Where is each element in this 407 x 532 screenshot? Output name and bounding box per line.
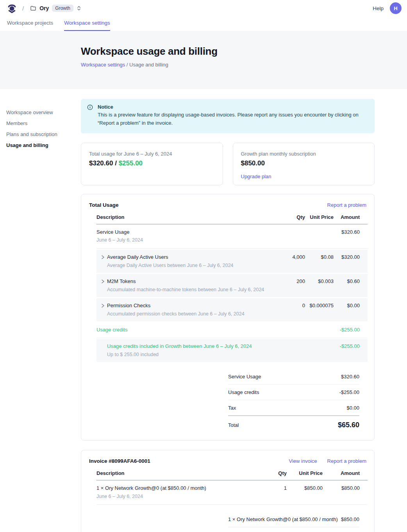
summary-cards: Total usage for June 6 – July 6, 2024 $3… — [81, 143, 375, 185]
notice-title: Notice — [98, 104, 367, 110]
info-circle-icon — [87, 104, 93, 127]
sidebar-item-plans-and-subscription[interactable]: Plans and subscription — [6, 131, 75, 137]
table-row-usage-credits: Usage credits -$255.00 — [96, 322, 368, 338]
chevron-right-icon[interactable] — [100, 303, 105, 309]
summary-row-usage-credits: Usage credits -$255.00 — [228, 385, 359, 400]
total-value: $65.60 — [338, 421, 359, 429]
notice-content: Notice This is a preview feature for dis… — [98, 104, 367, 127]
usage-table-header: Description Qty Unit Price Amount — [96, 214, 368, 224]
sidebar-item-workspace-overview[interactable]: Workspace overview — [6, 109, 75, 115]
tab-workspace-settings[interactable]: Workspace settings — [64, 16, 110, 31]
usage-used-amount: $320.60 — [89, 159, 113, 167]
workspace-tabs: Workspace projects Workspace settings — [0, 16, 407, 31]
breadcrumb-current: / Usage and billing — [125, 62, 168, 68]
sidebar-item-members[interactable]: Members — [6, 120, 75, 126]
row-unit-price: $850.00 — [287, 485, 323, 492]
total-usage-card: Total usage for June 6 – July 6, 2024 $3… — [81, 143, 223, 185]
notice-body: This is a preview feature for displaying… — [98, 111, 367, 127]
summary-total-row: Total $65.60 — [228, 416, 359, 429]
breadcrumb-settings-link[interactable]: Workspace settings — [81, 62, 125, 68]
row-subtitle: Up to $ 255.00 included — [107, 351, 276, 358]
topbar-right: Help H — [373, 2, 402, 14]
table-row-permission-checks: Permission Checks Accumulated permission… — [96, 298, 368, 321]
ory-logo-icon[interactable] — [7, 4, 17, 13]
row-subtitle: Accumulated machine-to-machine tokens be… — [107, 287, 276, 293]
plan-badge: Growth — [52, 5, 73, 12]
row-qty: 1 — [263, 485, 287, 492]
chevron-right-icon[interactable] — [100, 255, 105, 260]
top-bar: / Ory Growth Help H — [0, 0, 407, 16]
summary-value: -$255.00 — [339, 389, 359, 395]
content-area: Workspace overview Members Plans and sub… — [0, 99, 407, 532]
row-title: Usage credits — [96, 327, 276, 333]
usage-panel-header: Total Usage Report a problem — [89, 202, 366, 208]
settings-sidebar: Workspace overview Members Plans and sub… — [6, 109, 75, 153]
row-subtitle: June 6 – July 6, 2024 — [96, 237, 276, 243]
row-amount: $0.00 — [334, 303, 368, 309]
total-label: Total — [228, 422, 239, 428]
table-row-growth-plan: 1 × Ory Network Growth@0 (at $850.00 / m… — [96, 480, 368, 505]
page-title: Workspace usage and billing — [81, 45, 407, 57]
user-avatar[interactable]: H — [390, 2, 402, 14]
summary-label: Usage credits — [228, 389, 259, 395]
usage-summary: Service Usage $320.60 Usage credits -$25… — [228, 369, 359, 429]
invoice-panel-header: Invoice #8099AFA6-0001 View invoice Repo… — [89, 458, 366, 464]
main-column: Notice This is a preview feature for dis… — [81, 99, 375, 532]
table-row-service-usage: Service Usage June 6 – July 6, 2024 $320… — [96, 224, 368, 249]
workspace-selector[interactable]: Ory Growth — [30, 5, 81, 12]
summary-value: $0.00 — [346, 405, 359, 411]
breadcrumb-separator: / — [22, 5, 24, 12]
column-unit-price: Unit Price — [287, 470, 323, 476]
view-invoice-link[interactable]: View invoice — [289, 458, 317, 464]
row-title: Service Usage — [96, 229, 276, 236]
usage-separator: / — [113, 159, 118, 167]
table-row-average-daily-active-users: Average Daily Active Users Average Daily… — [96, 250, 368, 273]
subscription-amount: $850.00 — [241, 159, 367, 167]
table-row-m2m-tokens: M2M Tokens Accumulated machine-to-machin… — [96, 274, 368, 297]
sidebar-item-usage-and-billing[interactable]: Usage and billing — [6, 142, 75, 148]
subscription-card: Growth plan monthly subscription $850.00… — [233, 143, 375, 185]
row-qty: 0 — [276, 303, 305, 309]
summary-label: Tax — [228, 405, 236, 411]
chevron-right-icon[interactable] — [100, 279, 105, 285]
row-amount: $320.00 — [334, 254, 368, 261]
invoice-summary: 1 × Ory Network Growth@0 (at $850.00 / m… — [228, 512, 359, 532]
up-down-chevron-icon — [77, 5, 81, 11]
row-title: Permission Checks — [107, 303, 276, 309]
total-usage-panel: Total Usage Report a problem Description… — [81, 194, 375, 441]
invoice-report-problem-link[interactable]: Report a problem — [327, 458, 366, 464]
column-description: Description — [96, 214, 276, 220]
column-qty: Qty — [263, 470, 287, 476]
row-amount: -$255.00 — [334, 343, 368, 350]
table-row-usage-credits-included: Usage credits included in Growth between… — [96, 339, 368, 362]
summary-value: $850.00 — [341, 516, 359, 522]
breadcrumb: Workspace settings / Usage and billing — [81, 62, 407, 68]
workspace-name: Ory — [39, 5, 49, 11]
summary-label: 1 × Ory Network Growth@0 (at $850.00 / m… — [228, 516, 338, 522]
column-amount: Amount — [334, 214, 368, 220]
row-subtitle: June 6 – July 6, 2024 — [96, 493, 263, 500]
total-usage-label: Total usage for June 6 – July 6, 2024 — [89, 151, 215, 157]
upgrade-plan-link[interactable]: Upgrade plan — [241, 174, 271, 179]
invoice-panel: Invoice #8099AFA6-0001 View invoice Repo… — [81, 450, 375, 532]
notice-banner: Notice This is a preview feature for dis… — [81, 99, 375, 133]
row-unit-price: $0.003 — [305, 278, 334, 285]
row-amount: -$255.00 — [334, 327, 368, 333]
folder-icon — [30, 5, 36, 11]
row-unit-price: $0.08 — [305, 254, 334, 261]
usage-table: Description Qty Unit Price Amount Servic… — [96, 214, 368, 362]
row-subtitle: Average Daily Active Users between June … — [107, 262, 276, 269]
row-title: Average Daily Active Users — [107, 254, 276, 261]
column-description: Description — [96, 470, 263, 476]
summary-row-tax: Tax $0.00 — [228, 400, 359, 416]
summary-row-tax: Tax $0.00 — [228, 527, 359, 532]
usage-panel-title: Total Usage — [89, 202, 119, 208]
column-unit-price: Unit Price — [305, 214, 334, 220]
row-subtitle: Accumulated permission checks between Ju… — [107, 311, 276, 317]
tab-workspace-projects[interactable]: Workspace projects — [7, 16, 53, 31]
summary-label: Service Usage — [228, 374, 261, 380]
help-link[interactable]: Help — [373, 5, 384, 11]
invoice-table-header: Description Qty Unit Price Amount — [96, 470, 368, 480]
total-usage-value: $320.60 / $255.00 — [89, 159, 215, 167]
usage-report-problem-link[interactable]: Report a problem — [327, 202, 366, 208]
